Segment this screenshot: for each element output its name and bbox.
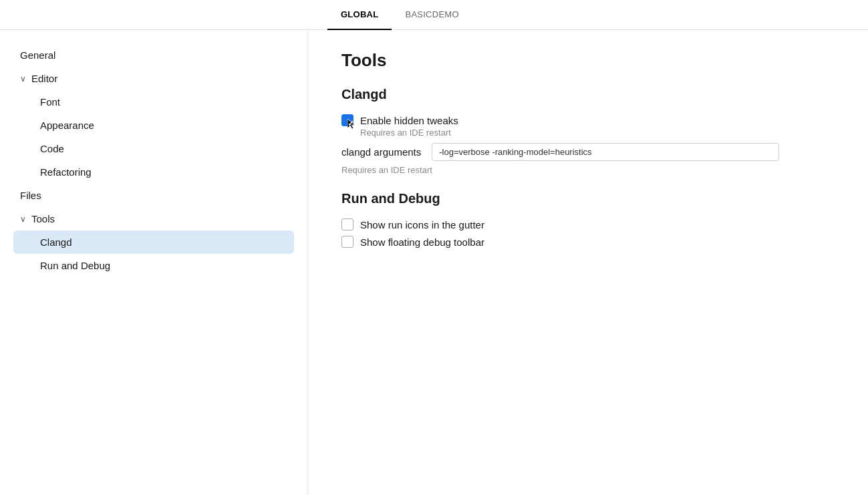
checkbox-label-row-show-run-icons: Show run icons in the gutter bbox=[341, 218, 835, 230]
sidebar-item-label-general: General bbox=[20, 49, 55, 61]
sidebar-item-tools[interactable]: ∨Tools bbox=[0, 207, 307, 230]
setting-row-show-run-icons: Show run icons in the gutter bbox=[341, 218, 835, 230]
tab-global[interactable]: GLOBAL bbox=[327, 0, 392, 30]
content-area: ToolsClangdEnable hidden tweaksRequires … bbox=[307, 30, 868, 495]
section-title-run-and-debug: Run and Debug bbox=[341, 191, 835, 206]
hint-enable-hidden-tweaks: Requires an IDE restart bbox=[360, 128, 835, 138]
sidebar-item-label-tools: Tools bbox=[31, 213, 55, 224]
setting-row-show-floating-debug: Show floating debug toolbar bbox=[341, 236, 835, 248]
sidebar-item-appearance[interactable]: Appearance bbox=[0, 114, 307, 137]
sidebar-item-files[interactable]: Files bbox=[0, 184, 307, 207]
sidebar-item-label-files: Files bbox=[20, 190, 41, 201]
section-title-clangd: Clangd bbox=[341, 87, 835, 102]
sidebar-item-refactoring[interactable]: Refactoring bbox=[0, 160, 307, 184]
checkbox-enable-hidden-tweaks[interactable] bbox=[341, 114, 353, 126]
sidebar-item-label-code: Code bbox=[40, 143, 64, 154]
sidebar-item-general[interactable]: General bbox=[0, 43, 307, 67]
top-tabs-bar: GLOBALBASICDEMO bbox=[0, 0, 868, 30]
checkbox-show-floating-debug[interactable] bbox=[341, 236, 353, 248]
sidebar-item-label-run-and-debug-nav: Run and Debug bbox=[40, 260, 110, 271]
sidebar-item-label-clangd: Clangd bbox=[40, 236, 72, 248]
chevron-down-icon: ∨ bbox=[20, 74, 26, 84]
checkbox-show-run-icons[interactable] bbox=[341, 218, 353, 230]
sidebar-item-code[interactable]: Code bbox=[0, 137, 307, 160]
checkbox-label-row-enable-hidden-tweaks: Enable hidden tweaks bbox=[341, 114, 835, 126]
sidebar-item-label-appearance: Appearance bbox=[40, 120, 94, 131]
checkbox-label-row-show-floating-debug: Show floating debug toolbar bbox=[341, 236, 835, 248]
checkbox-label-show-run-icons: Show run icons in the gutter bbox=[360, 219, 484, 230]
field-row-clangd-arguments: clangd argumentsRequires an IDE restart bbox=[341, 143, 835, 175]
sidebar-item-label-font: Font bbox=[40, 96, 60, 108]
field-input-clangd-arguments[interactable] bbox=[432, 143, 779, 161]
page-title: Tools bbox=[341, 50, 835, 71]
sidebar-item-clangd[interactable]: Clangd bbox=[13, 230, 294, 254]
field-hint-clangd-arguments: Requires an IDE restart bbox=[341, 165, 432, 175]
sidebar-item-editor[interactable]: ∨Editor bbox=[0, 67, 307, 90]
sidebar-item-label-editor: Editor bbox=[31, 73, 57, 84]
field-label-input-clangd-arguments: clangd arguments bbox=[341, 143, 779, 161]
sidebar: General∨EditorFontAppearanceCodeRefactor… bbox=[0, 30, 307, 495]
setting-row-enable-hidden-tweaks: Enable hidden tweaksRequires an IDE rest… bbox=[341, 114, 835, 138]
field-label-clangd-arguments: clangd arguments bbox=[341, 146, 421, 158]
sidebar-item-font[interactable]: Font bbox=[0, 90, 307, 114]
checkbox-label-show-floating-debug: Show floating debug toolbar bbox=[360, 236, 484, 248]
checkbox-label-enable-hidden-tweaks: Enable hidden tweaks bbox=[360, 115, 458, 126]
main-layout: General∨EditorFontAppearanceCodeRefactor… bbox=[0, 30, 868, 495]
sidebar-item-label-refactoring: Refactoring bbox=[40, 166, 92, 178]
tab-basicdemo[interactable]: BASICDEMO bbox=[392, 0, 472, 30]
sidebar-item-run-and-debug-nav[interactable]: Run and Debug bbox=[0, 254, 307, 277]
chevron-down-icon: ∨ bbox=[20, 214, 26, 224]
